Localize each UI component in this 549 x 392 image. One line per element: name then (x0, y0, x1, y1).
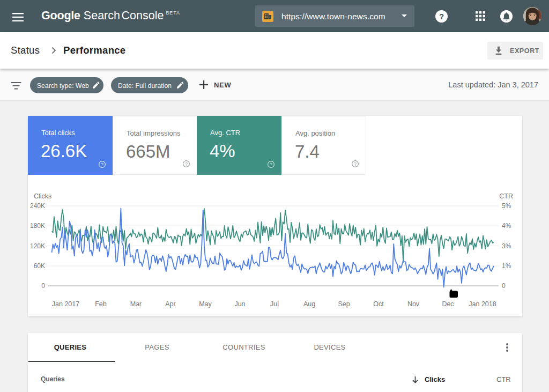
svg-text:Feb: Feb (95, 300, 107, 308)
svg-text:Aug: Aug (303, 300, 315, 308)
svg-text:Clicks: Clicks (34, 193, 51, 200)
svg-text:May: May (199, 300, 212, 308)
svg-text:5%: 5% (502, 202, 511, 210)
svg-text:4%: 4% (502, 222, 511, 230)
svg-text:Sep: Sep (338, 300, 350, 308)
svg-text:Jun: Jun (234, 300, 245, 308)
svg-text:3%: 3% (502, 242, 511, 250)
svg-text:Jan 2017: Jan 2017 (52, 300, 79, 308)
svg-text:120K: 120K (30, 242, 45, 250)
svg-text:?: ? (101, 162, 103, 167)
svg-text:0: 0 (502, 282, 506, 290)
svg-text:1%: 1% (502, 262, 511, 270)
svg-text:Oct: Oct (373, 300, 384, 308)
svg-text:Nov: Nov (407, 300, 420, 308)
svg-text:Mar: Mar (130, 300, 142, 308)
svg-text:180K: 180K (30, 222, 45, 230)
svg-text:Jan 2018: Jan 2018 (469, 300, 496, 308)
svg-text:Apr: Apr (165, 300, 175, 308)
svg-text:Dec: Dec (442, 300, 454, 308)
svg-text:?: ? (270, 162, 272, 167)
svg-text:60K: 60K (34, 262, 45, 270)
svg-text:0: 0 (41, 282, 45, 290)
svg-text:Jul: Jul (270, 300, 279, 308)
svg-text:?: ? (185, 161, 188, 167)
svg-text:240K: 240K (30, 202, 45, 210)
svg-text:?: ? (354, 161, 357, 167)
svg-text:CTR: CTR (499, 193, 513, 200)
